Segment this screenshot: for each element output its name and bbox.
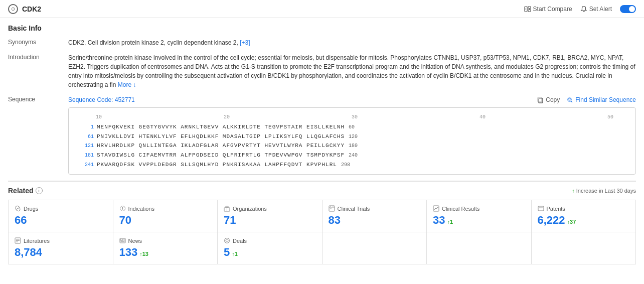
patents-increase: ↑ 37 xyxy=(567,219,576,225)
sequence-actions: Copy Find Similar Sequence xyxy=(537,95,636,104)
main-content: Basic Info Synonyms CDK2, Cell division … xyxy=(0,18,644,270)
synonyms-value: CDK2, Cell division protein kinase 2, cy… xyxy=(68,38,636,47)
clinical-results-label: Clinical Results xyxy=(433,205,525,212)
svg-rect-16 xyxy=(226,206,228,208)
basic-info-section: Basic Info Synonyms CDK2, Cell division … xyxy=(8,24,636,175)
svg-rect-18 xyxy=(329,206,335,211)
header-left: ⊙ CDK2 xyxy=(8,4,41,14)
alert-toggle[interactable] xyxy=(620,5,636,13)
copy-label: Copy xyxy=(546,95,560,104)
sequence-box: 10 20 30 40 50 1 MENFQKVEKI GEGTYGVVYK A… xyxy=(68,107,636,175)
svg-point-9 xyxy=(569,99,570,100)
seq-line-3: 121 HRVLHRDLKP QNLLINTEGA IKLADFGLAR AFG… xyxy=(76,141,628,151)
stats-clinical-results-cell[interactable]: Clinical Results 33 ↑ 1 xyxy=(427,200,532,232)
stats-drugs-cell[interactable]: Drugs 66 xyxy=(9,200,113,232)
related-info-icon[interactable]: i xyxy=(36,187,43,194)
clinical-trials-icon xyxy=(329,205,335,212)
deals-label-text: Deals xyxy=(233,238,247,244)
synonyms-row: Synonyms CDK2, Cell division protein kin… xyxy=(8,38,636,47)
clinical-trials-label: Clinical Trials xyxy=(329,205,421,212)
deals-icon xyxy=(224,237,230,244)
svg-point-7 xyxy=(568,98,571,101)
synonyms-label: Synonyms xyxy=(8,38,68,46)
sequence-value: Sequence Code: 452771 Copy xyxy=(68,95,636,175)
stats-patents-cell[interactable]: Patents 6,222 ↑ 37 xyxy=(532,200,636,232)
clinical-results-icon xyxy=(433,205,439,212)
related-section: Related i ↑ Increase in Last 30 days Dru… xyxy=(8,187,636,264)
sequence-code[interactable]: Sequence Code: 452771 xyxy=(68,95,135,104)
indications-label: Indications xyxy=(119,205,212,212)
more-link[interactable]: More ↓ xyxy=(118,81,136,88)
find-similar-label: Find Similar Sequence xyxy=(575,95,636,104)
seq-line-4: 181 STAVDIWSLG CIFAEMVTRR ALFPGDSEID QLF… xyxy=(76,151,628,160)
stats-grid-row1: Drugs 66 Indications 70 xyxy=(8,200,636,232)
seq-line-1: 1 MENFQKVEKI GEGTYGVVYK ARNKLTGEVV ALKKI… xyxy=(76,122,628,132)
header-right: Start Compare Set Alert xyxy=(524,5,636,13)
stats-news-cell[interactable]: News 133 ↑ 13 xyxy=(113,232,218,264)
copy-icon xyxy=(537,97,544,103)
find-similar-icon xyxy=(567,97,573,103)
svg-rect-33 xyxy=(120,239,122,241)
compare-icon xyxy=(524,6,531,13)
news-label-text: News xyxy=(128,238,142,244)
empty-cell-2 xyxy=(427,232,532,264)
stats-literatures-cell[interactable]: Literatures 8,784 xyxy=(9,232,113,264)
deals-increase: ↑ 1 xyxy=(232,251,238,257)
set-alert-button[interactable]: Set Alert xyxy=(580,6,612,13)
related-header: Related i ↑ Increase in Last 30 days xyxy=(8,187,636,195)
sequence-row: Sequence Sequence Code: 452771 Copy xyxy=(8,95,636,175)
deals-label: Deals xyxy=(224,237,316,244)
sequence-label: Sequence xyxy=(8,95,68,103)
stats-orgs-cell[interactable]: Organizations 71 xyxy=(218,200,323,232)
svg-line-8 xyxy=(571,101,572,102)
literatures-label: Literatures xyxy=(15,237,107,244)
news-count: 133 ↑ 13 xyxy=(119,246,212,259)
clinical-results-increase: ↑ 1 xyxy=(447,219,453,225)
sequence-ruler: 10 20 30 40 50 xyxy=(76,113,628,121)
drugs-label-text: Drugs xyxy=(24,206,38,212)
stats-grid-row2: Literatures 8,784 News xyxy=(8,232,636,264)
indications-label-text: Indications xyxy=(128,206,155,212)
patents-label: Patents xyxy=(538,205,630,212)
alert-icon xyxy=(580,6,587,13)
svg-rect-25 xyxy=(538,206,544,211)
basic-info-title: Basic Info xyxy=(8,24,636,32)
increase-text: Increase in Last 30 days xyxy=(576,188,636,194)
stats-clinical-trials-cell[interactable]: Clinical Trials 83 xyxy=(323,200,427,232)
literatures-count: 8,784 xyxy=(15,246,107,259)
drugs-count: 66 xyxy=(15,214,107,227)
synonyms-text: CDK2, Cell division protein kinase 2, cy… xyxy=(68,39,238,46)
page-title: CDK2 xyxy=(22,5,41,13)
svg-line-11 xyxy=(16,208,19,210)
introduction-label: Introduction xyxy=(8,53,68,61)
section-divider xyxy=(8,181,636,182)
clinical-trials-count: 83 xyxy=(329,214,421,227)
app-header: ⊙ CDK2 Start Compare Set Alert xyxy=(0,0,644,18)
empty-cell-3 xyxy=(532,232,636,264)
increase-label: ↑ Increase in Last 30 days xyxy=(572,188,636,194)
deals-count: 5 ↑ 1 xyxy=(224,246,316,259)
svg-point-14 xyxy=(122,210,122,210)
patents-icon xyxy=(538,205,544,212)
literatures-icon xyxy=(15,237,21,244)
alert-btn-label: Set Alert xyxy=(589,6,612,13)
sequence-header: Sequence Code: 452771 Copy xyxy=(68,95,636,104)
orgs-icon xyxy=(224,205,230,212)
drugs-label: Drugs xyxy=(15,205,107,212)
copy-button[interactable]: Copy xyxy=(537,95,560,104)
introduction-value: Serine/threonine-protein kinase involved… xyxy=(68,53,636,89)
stats-indications-cell[interactable]: Indications 70 xyxy=(113,200,218,232)
patents-label-text: Patents xyxy=(547,206,565,212)
seq-line-5: 241 PKWARQDFSK VVPPLDEDGR SLLSQMLHYD PNK… xyxy=(76,160,628,170)
introduction-row: Introduction Serine/threonine-protein ki… xyxy=(8,53,636,89)
news-increase: ↑ 13 xyxy=(139,251,148,257)
start-compare-button[interactable]: Start Compare xyxy=(524,6,572,13)
svg-rect-5 xyxy=(538,97,542,102)
find-similar-button[interactable]: Find Similar Sequence xyxy=(567,95,636,104)
orgs-count: 71 xyxy=(224,214,316,227)
stats-deals-cell[interactable]: Deals 5 ↑ 1 xyxy=(218,232,323,264)
news-label: News xyxy=(119,237,212,244)
related-title-text: Related xyxy=(8,187,34,195)
literatures-label-text: Literatures xyxy=(24,238,50,244)
synonyms-more-link[interactable]: [+3] xyxy=(240,39,250,46)
